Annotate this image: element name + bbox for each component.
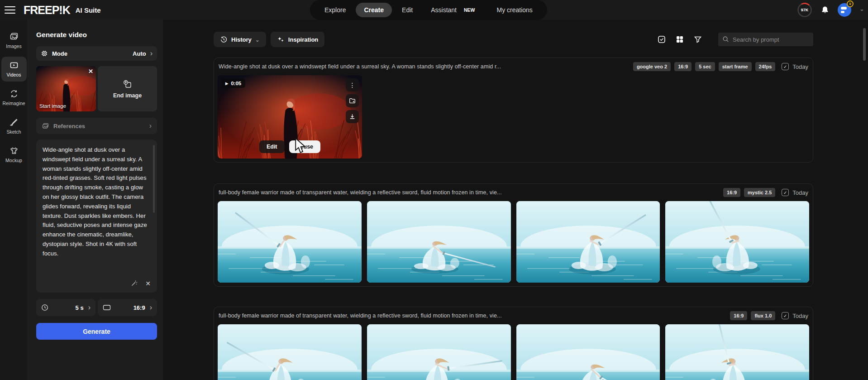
generate-panel: Generate video Mode Auto ›	[28, 20, 163, 380]
mode-label: Mode	[52, 50, 67, 57]
row-3-date: Today	[792, 313, 808, 319]
chip-icon	[41, 50, 48, 57]
search-box	[718, 33, 813, 46]
tag-model: google veo 2	[633, 62, 671, 71]
video-thumbnail[interactable]	[516, 201, 660, 283]
panel-title: Generate video	[36, 31, 157, 39]
row-2-media	[214, 201, 813, 283]
tag-fps: 24fps	[755, 62, 776, 71]
edit-button[interactable]: Edit	[259, 140, 285, 153]
mode-chevron-right-icon: ›	[150, 50, 153, 57]
row-2-date-checkbox[interactable]: ✓	[782, 189, 789, 196]
inspiration-button[interactable]: Inspiration	[271, 32, 324, 47]
duration-selector[interactable]: 5 s ›	[36, 299, 95, 316]
history-dropdown[interactable]: History ⌄	[214, 32, 266, 47]
grid-view-icon[interactable]	[676, 35, 684, 43]
nav-create[interactable]: Create	[356, 3, 392, 17]
mode-selector[interactable]: Mode Auto ›	[36, 46, 157, 61]
results-toolbar: History ⌄ Inspiration	[214, 32, 813, 47]
sidebar-item-mockup[interactable]: Mockup	[1, 142, 27, 167]
sparkles-icon	[277, 36, 285, 43]
references-chevron-right-icon: ›	[149, 122, 152, 130]
topbar-left: FREEP!K AI Suite	[0, 4, 101, 17]
reuse-button[interactable]: Reuse	[289, 140, 321, 153]
row-3-media	[214, 324, 813, 380]
row-1-date-checkbox[interactable]: ✓	[782, 63, 789, 70]
prompt-textarea[interactable]: Wide-angle shot at dusk over a windswept…	[36, 139, 157, 293]
more-options-kebab-icon[interactable]: ⋮	[346, 78, 359, 91]
reimagine-icon	[10, 89, 19, 98]
sidebar-item-reimagine[interactable]: Reimagine	[1, 85, 27, 110]
row-3-header: full-body female warrior made of transpa…	[214, 307, 813, 324]
play-icon: ▶	[225, 82, 228, 86]
sidebar-item-images[interactable]: Images	[1, 28, 27, 53]
row-1-date: Today	[792, 63, 808, 70]
filter-funnel-icon[interactable]	[694, 35, 702, 43]
duration-chevron-right-icon: ›	[88, 304, 91, 311]
video-thumbnail[interactable]	[665, 324, 809, 380]
freepik-logo[interactable]: FREEP!K	[24, 4, 70, 17]
sketch-icon	[10, 118, 19, 127]
tag-start-frame: start frame	[719, 62, 752, 71]
premium-crown-icon: ♛	[847, 0, 854, 7]
history-icon	[220, 36, 228, 43]
nav-explore[interactable]: Explore	[316, 3, 354, 17]
tag-model: flux 1.0	[751, 311, 775, 320]
generated-video-card[interactable]: ▶ 0:05 ⋮	[218, 75, 362, 159]
nav-my-creations[interactable]: My creations	[489, 3, 541, 17]
credits-ring[interactable]: 97K	[797, 2, 812, 18]
end-image-upload[interactable]: End image	[98, 66, 157, 111]
tool-rail: Images Videos Reimagine Sketch Mock	[0, 20, 28, 380]
start-image-thumbnail[interactable]: ✕ Start image	[36, 66, 96, 111]
row-1-prompt: Wide-angle shot at dusk over a windswept…	[219, 63, 501, 70]
nav-edit[interactable]: Edit	[394, 3, 421, 17]
options-row: 5 s › 16:9 ›	[36, 299, 157, 316]
row-3-date-checkbox[interactable]: ✓	[782, 312, 789, 319]
video-thumbnail[interactable]	[367, 201, 511, 283]
search-input[interactable]	[718, 33, 813, 46]
references-row[interactable]: References ›	[36, 118, 157, 134]
add-image-icon	[123, 79, 133, 89]
video-thumbnail[interactable]	[665, 201, 809, 283]
prompt-text: Wide-angle shot at dusk over a windswept…	[43, 145, 149, 259]
video-thumbnail[interactable]	[218, 201, 362, 283]
account-chevron-down-icon[interactable]: ⌄	[859, 5, 864, 12]
tag-aspect: 16:9	[730, 311, 747, 320]
sidebar-item-videos[interactable]: Videos	[1, 57, 27, 82]
page-scrollbar[interactable]	[863, 28, 866, 61]
notifications-bell-icon[interactable]	[820, 5, 830, 14]
main-nav: Explore Create Edit Assistant NEW My cre…	[310, 0, 547, 20]
tag-model: mystic 2.5	[744, 188, 775, 197]
topbar: FREEP!K AI Suite Explore Create Edit Ass…	[0, 0, 868, 20]
prompt-actions: ✕	[130, 279, 151, 287]
enhance-prompt-wand-icon[interactable]	[130, 279, 138, 287]
history-row-3: full-body female warrior made of transpa…	[214, 307, 813, 380]
history-row-1: Wide-angle shot at dusk over a windswept…	[214, 58, 813, 163]
hamburger-menu-icon[interactable]	[5, 5, 16, 14]
user-avatar[interactable]: ♛	[838, 3, 851, 17]
generate-button[interactable]: Generate	[36, 323, 157, 340]
search-icon	[722, 36, 729, 43]
row-3-tags: 16:9 flux 1.0 ✓ Today	[721, 311, 808, 320]
video-thumbnail[interactable]	[367, 324, 511, 380]
download-icon[interactable]	[346, 110, 359, 123]
mockup-icon	[10, 146, 19, 155]
duration-badge: ▶ 0:05	[221, 79, 245, 88]
nav-assistant[interactable]: Assistant NEW	[423, 2, 486, 18]
references-icon	[42, 122, 49, 130]
video-thumbnail[interactable]	[218, 324, 362, 380]
add-to-folder-icon[interactable]	[346, 94, 359, 107]
row-1-media: ▶ 0:05 ⋮	[214, 75, 813, 159]
sidebar-item-sketch[interactable]: Sketch	[1, 114, 27, 139]
freepik-ai-suite-app: FREEP!K AI Suite Explore Create Edit Ass…	[0, 0, 868, 380]
row-2-date: Today	[792, 189, 808, 196]
prompt-scrollbar[interactable]	[153, 145, 155, 213]
aspect-ratio-selector[interactable]: 16:9 ›	[98, 299, 157, 316]
aspect-ratio-icon	[103, 304, 111, 311]
clear-prompt-close-icon[interactable]: ✕	[145, 280, 151, 287]
row-3-prompt: full-body female warrior made of transpa…	[219, 313, 502, 319]
aspect-chevron-right-icon: ›	[150, 304, 152, 311]
select-items-checkbox-icon[interactable]	[658, 35, 666, 43]
remove-start-image-close-icon[interactable]: ✕	[88, 68, 93, 75]
video-thumbnail[interactable]	[516, 324, 660, 380]
